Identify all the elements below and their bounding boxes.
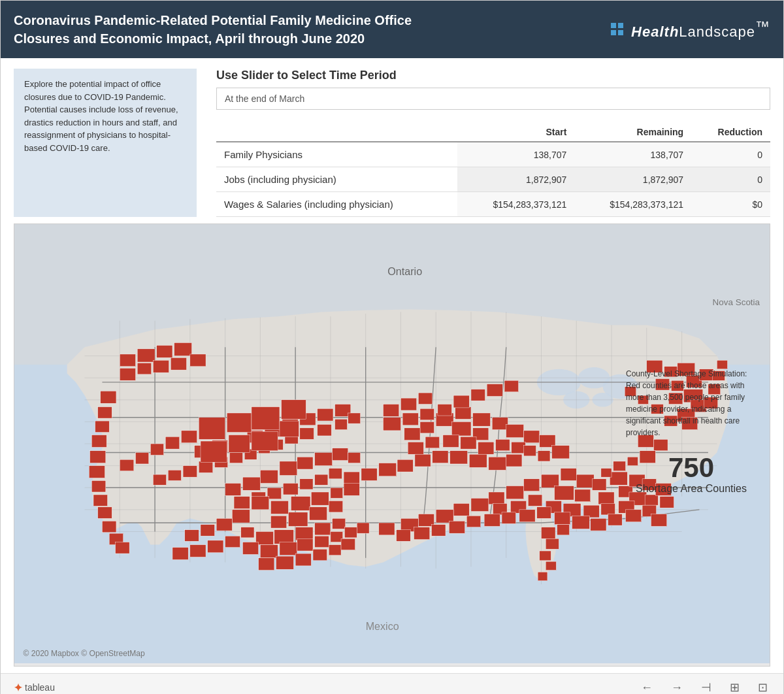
svg-rect-89 <box>431 525 446 536</box>
svg-rect-95 <box>537 507 551 518</box>
svg-rect-183 <box>252 497 269 510</box>
svg-rect-208 <box>260 545 278 558</box>
svg-rect-91 <box>466 516 481 527</box>
svg-rect-170 <box>199 418 225 440</box>
svg-rect-224 <box>91 435 106 448</box>
svg-rect-232 <box>116 542 130 554</box>
tableau-logo: ✦ tableau <box>14 682 55 694</box>
col-header-label <box>216 123 457 142</box>
svg-rect-107 <box>546 561 556 570</box>
stats-row-start-1: 1,872,907 <box>457 167 574 192</box>
top-panel: Explore the potential impact of office c… <box>1 58 783 223</box>
share-button[interactable]: ⊞ <box>727 679 742 694</box>
svg-rect-121 <box>478 442 494 454</box>
svg-rect-167 <box>183 466 197 477</box>
nav-reset-button[interactable]: ⊣ <box>698 679 714 694</box>
svg-rect-93 <box>502 512 516 523</box>
svg-rect-216 <box>276 556 294 569</box>
svg-rect-128 <box>538 451 550 461</box>
svg-rect-257 <box>348 452 361 463</box>
logo-regular: Landscape <box>679 24 755 40</box>
svg-rect-172 <box>252 407 280 430</box>
svg-rect-57 <box>576 474 594 487</box>
svg-rect-137 <box>379 463 397 476</box>
svg-rect-131 <box>489 457 506 470</box>
svg-rect-168 <box>168 470 181 480</box>
description-text: Explore the potential impact of office c… <box>24 78 186 154</box>
logo-dot-1 <box>611 23 616 28</box>
svg-rect-58 <box>555 486 574 501</box>
map-section: Ontario Nova Scotia Mexico © 2020 Mapbox… <box>14 223 770 667</box>
nav-back-button[interactable]: ← <box>638 680 655 694</box>
svg-rect-245 <box>384 418 401 431</box>
svg-rect-112 <box>492 418 508 430</box>
svg-rect-105 <box>546 538 559 549</box>
svg-rect-266 <box>601 469 612 477</box>
stats-row-label-0: Family Physicians <box>216 142 457 167</box>
svg-rect-240 <box>171 357 186 370</box>
svg-text:Ontario: Ontario <box>387 265 422 277</box>
stats-row-label-2: Wages & Salaries (including physician) <box>216 192 457 217</box>
svg-rect-228 <box>93 495 108 506</box>
svg-rect-186 <box>311 492 329 505</box>
svg-rect-194 <box>274 530 294 544</box>
download-button[interactable]: ⊡ <box>755 679 770 694</box>
svg-rect-158 <box>318 424 332 435</box>
svg-rect-184 <box>271 501 289 514</box>
logo-grid-icon <box>611 23 623 35</box>
svg-rect-62 <box>598 492 614 504</box>
svg-rect-195 <box>295 527 313 540</box>
nav-forward-button[interactable]: → <box>668 680 685 694</box>
svg-rect-259 <box>242 477 260 490</box>
svg-rect-222 <box>98 407 112 418</box>
svg-text:Mexico: Mexico <box>366 620 399 632</box>
stats-row-start-2: $154,283,373,121 <box>457 192 574 217</box>
svg-rect-86 <box>379 523 395 535</box>
svg-rect-143 <box>283 484 298 495</box>
svg-rect-110 <box>455 407 471 420</box>
svg-rect-106 <box>540 551 551 561</box>
svg-rect-229 <box>98 507 112 518</box>
svg-rect-123 <box>443 435 459 448</box>
svg-rect-88 <box>414 527 430 540</box>
svg-rect-241 <box>190 354 206 367</box>
svg-rect-130 <box>506 454 522 467</box>
logo: HealthLandscape™ <box>611 18 770 41</box>
svg-rect-92 <box>484 514 500 527</box>
svg-rect-173 <box>282 400 306 420</box>
svg-rect-265 <box>613 461 626 471</box>
annotation-text: County-Level Shortage Simulation: Red co… <box>626 368 757 438</box>
svg-rect-237 <box>120 368 135 380</box>
svg-rect-178 <box>181 431 197 443</box>
svg-rect-200 <box>201 525 215 536</box>
col-header-start: Start <box>457 123 574 142</box>
svg-rect-223 <box>95 421 110 432</box>
svg-rect-125 <box>408 442 423 454</box>
svg-rect-249 <box>453 395 469 408</box>
svg-rect-225 <box>90 451 106 463</box>
svg-rect-199 <box>216 518 232 531</box>
svg-rect-146 <box>234 497 250 509</box>
slider-value[interactable]: At the end of March <box>216 88 770 110</box>
svg-rect-138 <box>361 469 377 481</box>
svg-rect-250 <box>471 389 485 401</box>
svg-rect-87 <box>397 530 411 541</box>
svg-rect-188 <box>344 484 359 496</box>
svg-rect-140 <box>329 469 342 479</box>
stats-row-1: Jobs (including physician)1,872,9071,872… <box>216 167 770 192</box>
svg-rect-217 <box>295 554 311 566</box>
svg-rect-136 <box>397 459 413 472</box>
svg-rect-113 <box>451 421 471 436</box>
svg-rect-133 <box>450 451 468 464</box>
svg-rect-227 <box>91 480 106 491</box>
svg-rect-209 <box>280 542 297 555</box>
svg-rect-248 <box>438 405 452 416</box>
tableau-text: tableau <box>25 682 55 693</box>
shortage-label: Shortage Area Counties <box>626 482 757 496</box>
svg-rect-148 <box>318 408 333 421</box>
svg-rect-122 <box>461 437 476 449</box>
svg-rect-180 <box>150 444 163 455</box>
svg-rect-196 <box>315 523 331 535</box>
svg-rect-207 <box>242 542 258 555</box>
svg-rect-90 <box>449 521 465 533</box>
